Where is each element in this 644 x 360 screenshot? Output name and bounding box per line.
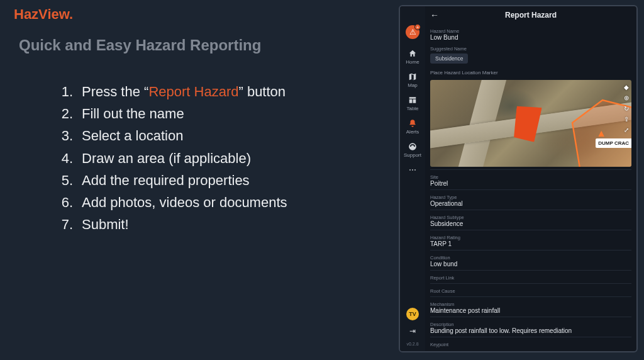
sidebar-item-label: Home — [406, 59, 419, 65]
map-section-label: Place Hazard Location Marker — [430, 70, 631, 76]
ellipsis-icon: ⋯ — [409, 166, 416, 174]
step-3: 3.Select a location — [57, 125, 287, 147]
sidebar-item-label: Alerts — [406, 129, 419, 135]
map-controls: ◆ ⊕ ↻ ⇪ ⤢ — [624, 84, 629, 133]
step-6: 6.Add photos, videos or documents — [57, 191, 287, 213]
sidebar-item-label: Map — [408, 82, 418, 88]
user-avatar[interactable]: TV — [406, 308, 419, 320]
sidebar-item-home[interactable]: Home — [406, 49, 419, 65]
step-2: 2.Fill out the name — [57, 103, 287, 125]
layers-icon[interactable]: ◆ — [624, 84, 629, 91]
bell-icon — [408, 119, 417, 128]
condition-field[interactable]: Low bund — [430, 261, 631, 267]
step-text-post: ” button — [238, 84, 286, 99]
description-field[interactable]: Bunding post rainfall too low. Requires … — [430, 327, 631, 334]
hazard-type-field[interactable]: Operational — [430, 200, 631, 207]
reset-icon[interactable]: ↻ — [624, 105, 629, 112]
step-7: 7.Submit! — [57, 213, 287, 235]
app-sidebar: + Home Map Table Alerts Support ⋯ TV ⇥ — [400, 6, 425, 351]
brand-logo: HazView. — [14, 6, 73, 23]
fullscreen-icon[interactable]: ⤢ — [624, 127, 629, 133]
sidebar-item-label: Support — [404, 152, 421, 158]
hazard-rating-field[interactable]: TARP 1 — [430, 240, 631, 247]
support-icon — [408, 142, 417, 151]
step-1: 1. Press the “Report Hazard” button — [57, 81, 287, 103]
sidebar-item-label: Table — [406, 106, 418, 111]
table-icon — [408, 96, 417, 104]
brand-name: HazView — [14, 6, 69, 22]
map-annotation-label: DUMP CRAC — [596, 138, 631, 148]
step-text-pre: Press the “ — [82, 84, 148, 99]
map-barrier-overlay — [513, 104, 542, 143]
map-icon — [408, 72, 417, 81]
step-highlight: Report Hazard — [148, 84, 238, 99]
step-5: 5.Add the required properties — [57, 169, 287, 191]
location-map[interactable]: ▲ DUMP CRAC ◆ ⊕ ↻ ⇪ ⤢ — [430, 80, 631, 167]
app-device-frame: + Home Map Table Alerts Support ⋯ TV ⇥ — [399, 5, 638, 352]
hazard-form: Hazard Name Low Bund Suggested Name Subs… — [425, 24, 636, 351]
sidebar-item-support[interactable]: Support — [404, 142, 421, 158]
app-header-title: Report Hazard — [505, 11, 557, 20]
app-version: v0.2.8 — [406, 342, 418, 346]
hazard-name-field[interactable]: Low Bund — [430, 34, 631, 41]
share-icon[interactable]: ⇪ — [624, 116, 629, 123]
sidebar-item-alerts[interactable]: Alerts — [406, 119, 419, 135]
report-hazard-brand-icon[interactable]: + — [406, 25, 419, 39]
back-icon[interactable]: ← — [430, 10, 439, 20]
page-subtitle: Quick and Easy Hazard Reporting — [19, 37, 261, 54]
field-label: Suggested Name — [430, 46, 631, 52]
suggested-name-chip[interactable]: Subsidence — [430, 53, 468, 64]
field-label: Hazard Name — [430, 28, 631, 34]
home-icon — [408, 49, 417, 58]
site-field[interactable]: Poitrel — [430, 180, 631, 187]
app-header: ← Report Hazard — [425, 6, 636, 24]
locate-icon[interactable]: ⊕ — [624, 94, 629, 101]
mechanism-field[interactable]: Maintenance post rainfall — [430, 307, 631, 314]
brand-dot: . — [69, 6, 73, 22]
step-4: 4.Draw an area (if applicable) — [57, 147, 287, 169]
sidebar-item-more[interactable]: ⋯ — [409, 166, 416, 174]
sidebar-item-map[interactable]: Map — [408, 72, 418, 88]
logout-icon[interactable]: ⇥ — [409, 327, 416, 335]
plus-badge-icon: + — [414, 24, 421, 30]
hazard-polygon — [557, 93, 631, 167]
step-num: 1. — [57, 81, 73, 103]
hazard-marker-icon: ▲ — [596, 128, 606, 139]
app-main: ← Report Hazard Hazard Name Low Bund Sug… — [425, 6, 636, 351]
sidebar-item-table[interactable]: Table — [406, 96, 418, 111]
steps-list: 1. Press the “Report Hazard” button 2.Fi… — [57, 81, 287, 235]
hazard-subtype-field[interactable]: Subsidence — [430, 220, 631, 227]
